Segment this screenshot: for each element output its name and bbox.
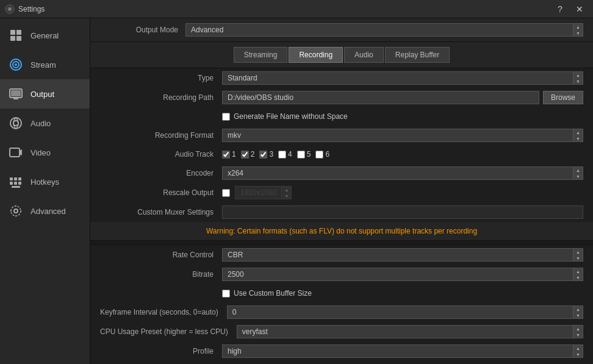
output-mode-arrows[interactable]: ▲ ▼ [573,24,583,36]
encoder-row: Encoder x264 ▲ ▼ [90,163,593,183]
audio-track-5-checkbox[interactable] [297,151,305,159]
tab-replay-buffer[interactable]: Replay Buffer [385,47,450,63]
profile-dropdown[interactable]: high ▲ ▼ [222,344,583,358]
svg-rect-20 [14,182,17,185]
main-layout: General Stream Output [0,18,593,364]
audio-track-3-label: 3 [269,150,273,159]
audio-track-1-label: 1 [232,150,236,159]
rate-control-down[interactable]: ▼ [573,255,583,261]
sidebar-label-advanced: Advanced [31,207,66,216]
custom-muxer-control [222,205,583,219]
cpu-preset-arrows[interactable]: ▲ ▼ [573,326,583,338]
bitrate-value: 2500 [223,268,573,280]
rate-control-label: Rate Control [100,251,222,259]
rate-control-arrows[interactable]: ▲ ▼ [573,249,583,261]
svg-rect-4 [16,30,21,35]
rescale-output-checkbox[interactable] [222,189,230,197]
recording-format-dropdown[interactable]: mkv ▲ ▼ [222,129,583,142]
custom-buffer-label: Use Custom Buffer Size [234,289,312,298]
bitrate-up[interactable]: ▲ [573,268,583,274]
rate-control-dropdown[interactable]: CBR ▲ ▼ [222,248,583,262]
cpu-preset-row: CPU Usage Preset (higher = less CPU) ver… [90,322,593,341]
keyframe-arrows[interactable]: ▲ ▼ [573,306,583,318]
encoder-down[interactable]: ▼ [573,173,583,179]
stream-icon [7,56,24,73]
encoder-arrows[interactable]: ▲ ▼ [573,167,583,179]
sidebar-label-stream: Stream [31,60,56,70]
keyframe-down[interactable]: ▼ [573,312,583,318]
rescale-down[interactable]: ▼ [282,193,291,199]
cpu-preset-up[interactable]: ▲ [573,326,583,332]
audio-track-2: 2 [241,150,255,159]
cpu-preset-down[interactable]: ▼ [573,332,583,338]
bitrate-down[interactable]: ▼ [573,274,583,280]
svg-rect-17 [14,177,17,180]
tab-audio[interactable]: Audio [344,47,384,63]
output-mode-down[interactable]: ▼ [573,30,583,36]
tabs-row: Streaming Recording Audio Replay Buffer [90,42,593,68]
bitrate-spinbox[interactable]: 2500 ▲ ▼ [222,268,583,281]
sidebar-item-advanced[interactable]: Advanced [0,196,90,226]
keyframe-spinbox[interactable]: 0 ▲ ▼ [227,305,583,319]
sidebar-item-output[interactable]: Output [0,79,90,109]
svg-point-13 [10,118,21,129]
sidebar-item-stream[interactable]: Stream [0,50,90,79]
audio-track-2-label: 2 [251,150,255,159]
type-up[interactable]: ▲ [573,72,583,78]
keyframe-up[interactable]: ▲ [573,306,583,312]
custom-muxer-input[interactable] [222,205,583,219]
recording-format-up[interactable]: ▲ [573,129,583,135]
rate-control-up[interactable]: ▲ [573,249,583,255]
browse-button[interactable]: Browse [543,91,583,104]
tab-streaming[interactable]: Streaming [234,47,288,63]
svg-point-24 [11,206,21,216]
rescale-dropdown[interactable]: 1920x1080 ▲ ▼ [235,186,292,199]
bitrate-arrows[interactable]: ▲ ▼ [573,268,583,280]
generate-filename-checkbox[interactable] [222,113,230,121]
cpu-preset-dropdown[interactable]: veryfast ▲ ▼ [237,325,583,338]
profile-arrows[interactable]: ▲ ▼ [573,345,583,357]
rescale-arrows[interactable]: ▲ ▼ [281,187,291,199]
sidebar-item-audio[interactable]: Audio [0,109,90,138]
close-button[interactable]: ✕ [571,2,588,16]
output-mode-up[interactable]: ▲ [573,24,583,30]
profile-up[interactable]: ▲ [573,345,583,351]
sidebar-item-hotkeys[interactable]: Hotkeys [0,167,90,196]
sidebar-item-general[interactable]: General [0,21,90,50]
profile-down[interactable]: ▼ [573,351,583,357]
bitrate-row: Bitrate 2500 ▲ ▼ [90,265,593,284]
audio-track-4-checkbox[interactable] [278,151,286,159]
advanced-icon [7,202,24,219]
output-mode-value: Advanced [186,24,573,36]
custom-muxer-row: Custom Muxer Settings [90,202,593,222]
output-mode-row: Output Mode Advanced ▲ ▼ [90,18,593,42]
rescale-up[interactable]: ▲ [282,187,291,193]
profile-value: high [223,345,573,357]
audio-track-3-checkbox[interactable] [259,151,267,159]
custom-buffer-checkbox[interactable] [222,290,230,298]
profile-label: Profile [100,347,222,355]
type-control: Standard ▲ ▼ [222,71,583,85]
help-button[interactable]: ? [552,2,569,16]
output-mode-label: Output Mode [100,26,185,34]
audio-track-1-checkbox[interactable] [222,151,230,159]
recording-format-row: Recording Format mkv ▲ ▼ [90,126,593,145]
encoder-up[interactable]: ▲ [573,167,583,173]
svg-rect-11 [11,90,21,96]
recording-format-arrows[interactable]: ▲ ▼ [573,129,583,141]
recording-format-control: mkv ▲ ▼ [222,129,583,142]
recording-path-row: Recording Path Browse [90,88,593,107]
type-arrows[interactable]: ▲ ▼ [573,72,583,84]
recording-format-down[interactable]: ▼ [573,135,583,141]
sidebar-item-video[interactable]: Video [0,138,90,167]
rescale-output-control: 1920x1080 ▲ ▼ [222,186,583,199]
audio-track-6-checkbox[interactable] [315,151,323,159]
type-dropdown[interactable]: Standard ▲ ▼ [222,71,583,85]
audio-track-2-checkbox[interactable] [241,151,249,159]
encoder-dropdown[interactable]: x264 ▲ ▼ [222,166,583,180]
output-mode-dropdown[interactable]: Advanced ▲ ▼ [185,23,583,37]
tab-recording[interactable]: Recording [289,47,343,63]
type-down[interactable]: ▼ [573,78,583,84]
recording-path-input[interactable] [222,91,539,104]
audio-track-6-label: 6 [325,150,329,159]
